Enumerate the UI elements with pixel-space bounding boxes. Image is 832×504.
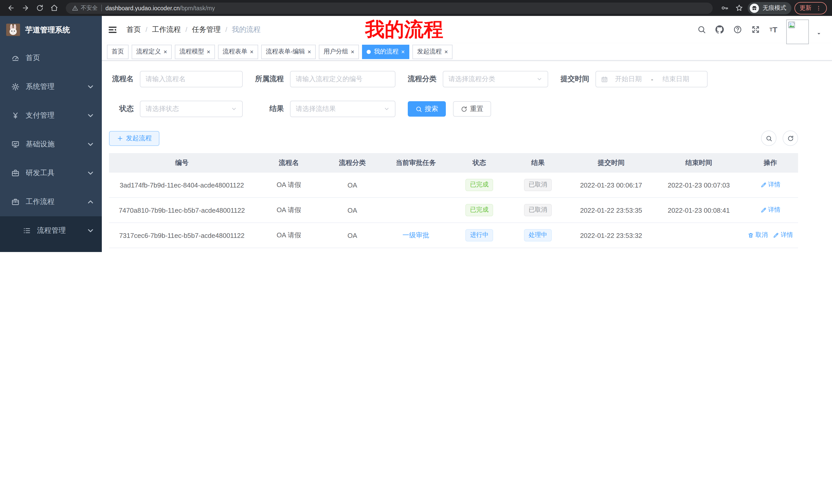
close-icon[interactable]: ×	[444, 49, 448, 55]
detail-link[interactable]: 详情	[760, 180, 780, 189]
avatar[interactable]	[786, 19, 809, 44]
tab-首页[interactable]: 首页	[107, 45, 129, 59]
bookmark-star-icon[interactable]	[733, 2, 745, 13]
sidebar-item-首页[interactable]: 首页	[0, 44, 102, 73]
tab-用户分组[interactable]: 用户分组×	[319, 45, 359, 59]
monitor-icon	[11, 140, 20, 148]
breadcrumb-item[interactable]: 工作流程	[152, 25, 181, 34]
cell-process-name: OA 请假	[255, 248, 323, 252]
browser-reload-button[interactable]	[34, 2, 45, 13]
cell-status: 已完成	[450, 198, 509, 223]
header-search-icon[interactable]	[696, 24, 706, 35]
tab-流程表单[interactable]: 流程表单×	[218, 45, 258, 59]
address-bar[interactable]: 不安全 dashboard.yudao.iocoder.cn/bpm/task/…	[66, 2, 713, 13]
close-icon[interactable]: ×	[401, 49, 405, 55]
close-icon[interactable]: ×	[163, 49, 167, 55]
breadcrumb-separator: /	[226, 26, 227, 33]
incognito-icon	[750, 3, 759, 12]
table-header-row: 编号流程名流程分类当前审批任务状态结果提交时间结束时间操作	[109, 153, 798, 173]
search-icon	[415, 106, 422, 112]
sidebar-collapse-icon[interactable]	[107, 24, 118, 35]
chevron-down-icon	[86, 83, 95, 91]
fullscreen-icon[interactable]	[750, 24, 760, 35]
tab-我的流程[interactable]: 我的流程×	[362, 45, 409, 59]
close-icon[interactable]: ×	[250, 49, 254, 55]
pencil-icon	[760, 182, 766, 188]
cell-current-task	[382, 198, 450, 223]
result-select[interactable]: 请选择流结果	[290, 101, 395, 117]
browser-home-button[interactable]	[48, 2, 60, 13]
cancel-link[interactable]: 取消	[748, 231, 768, 240]
sidebar-item-系统管理[interactable]: 系统管理	[0, 73, 102, 101]
font-size-icon[interactable]: TT	[768, 24, 779, 35]
tab-流程模型[interactable]: 流程模型×	[175, 45, 215, 59]
search-button[interactable]: 搜索	[408, 101, 446, 117]
sidebar-item-支付管理[interactable]: 支付管理	[0, 101, 102, 130]
sidebar-item-流程管理[interactable]: 流程管理	[0, 216, 102, 245]
tab-发起流程[interactable]: 发起流程×	[412, 45, 452, 59]
breadcrumb-separator: /	[185, 26, 187, 33]
detail-link[interactable]: 详情	[760, 206, 780, 215]
list-icon	[23, 227, 31, 235]
result-label: 结果	[255, 104, 284, 114]
process-definition-input[interactable]: 请输入流程定义的编号	[290, 71, 395, 87]
tab-流程表单-编辑[interactable]: 流程表单-编辑×	[261, 45, 316, 59]
avatar-caret-icon[interactable]	[813, 29, 824, 39]
cell-end-time	[655, 223, 743, 248]
sidebar-item-基础设施[interactable]: 基础设施	[0, 130, 102, 159]
process-name-input[interactable]: 请输入流程名	[140, 71, 243, 87]
github-icon[interactable]	[714, 24, 725, 35]
browser-menu-icon[interactable]	[815, 5, 822, 11]
status-select[interactable]: 请选择状态	[140, 101, 243, 117]
sidebar-item-任务管理[interactable]: 任务管理	[0, 245, 102, 252]
cell-result: 已取消	[509, 173, 567, 198]
cell-status: 进行中	[450, 223, 509, 248]
page-header: 首页/工作流程/任务管理/我的流程 我的流程 TT	[102, 16, 832, 43]
logo-image	[6, 24, 20, 36]
security-warning[interactable]: 不安全	[72, 4, 98, 12]
close-icon[interactable]: ×	[351, 49, 354, 55]
detail-link[interactable]: 详情	[773, 231, 793, 240]
password-key-icon[interactable]	[719, 2, 730, 13]
browser-forward-button[interactable]	[20, 2, 31, 13]
help-icon[interactable]	[732, 24, 743, 35]
show-search-button[interactable]	[761, 131, 777, 146]
breadcrumb-item[interactable]: 首页	[127, 25, 141, 34]
cell-process-name: OA 请假	[255, 198, 323, 223]
status-label: 状态	[109, 104, 134, 114]
cell-end-time: 2022-01-22 23:51:20	[655, 248, 743, 252]
cell-operations: 详情	[743, 198, 798, 223]
browser-back-button[interactable]	[5, 2, 17, 13]
cell-operations: 详情	[743, 173, 798, 198]
yen-icon	[11, 111, 20, 120]
trash-icon	[748, 232, 754, 239]
app-title: 芋道管理系统	[25, 25, 70, 35]
reset-button[interactable]: 重置	[453, 101, 491, 117]
column-header-状态: 状态	[450, 153, 509, 173]
refresh-table-button[interactable]	[783, 131, 798, 146]
breadcrumb-item[interactable]: 任务管理	[192, 25, 221, 34]
submit-time-range-picker[interactable]: 开始日期 - 结束日期	[595, 71, 707, 87]
create-process-button[interactable]: 发起流程	[109, 131, 159, 146]
browser-update-button[interactable]: 更新	[795, 2, 827, 14]
process-definition-label: 所属流程	[255, 75, 284, 84]
close-icon[interactable]: ×	[308, 49, 311, 55]
app-logo[interactable]: 芋道管理系统	[0, 16, 102, 44]
column-header-结束时间: 结束时间	[655, 153, 743, 173]
chevron-down-icon	[231, 106, 237, 112]
column-header-编号: 编号	[109, 153, 255, 173]
cell-status: 已完成	[450, 248, 509, 252]
cell-status: 已完成	[450, 173, 509, 198]
close-icon[interactable]: ×	[207, 49, 210, 55]
cell-current-task[interactable]: 一级审批	[382, 223, 450, 248]
cell-category: OA	[323, 223, 382, 248]
breadcrumb-item: 我的流程	[232, 25, 261, 34]
process-category-select[interactable]: 请选择流程分类	[443, 71, 548, 87]
address-separator	[101, 5, 102, 11]
gear-icon	[11, 83, 20, 91]
cell-end-time: 2022-01-23 00:08:41	[655, 198, 743, 223]
sidebar-item-工作流程[interactable]: 工作流程	[0, 188, 102, 216]
sidebar-item-研发工具[interactable]: 研发工具	[0, 159, 102, 188]
table-row: 3ad174fb-7b9d-11ec-8404-acde48001122OA 请…	[109, 173, 798, 198]
tab-流程定义[interactable]: 流程定义×	[132, 45, 172, 59]
